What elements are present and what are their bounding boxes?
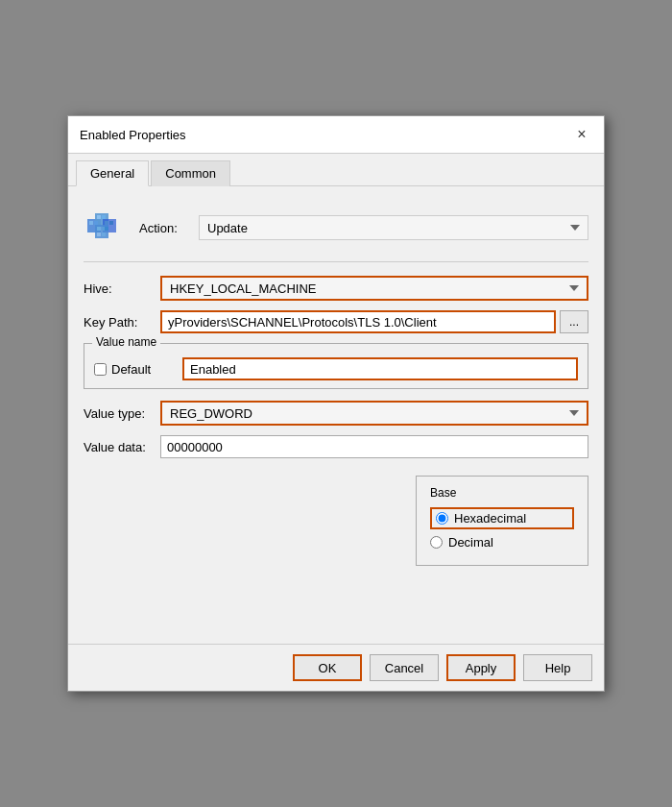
dialog-title: Enabled Properties	[80, 128, 186, 142]
key-path-label: Key Path:	[84, 315, 160, 330]
hive-label: Hive:	[84, 281, 160, 296]
base-legend: Base	[430, 486, 574, 500]
svg-rect-12	[105, 227, 108, 231]
button-bar: OK Cancel Apply Help	[68, 644, 604, 691]
key-path-input[interactable]	[160, 310, 556, 333]
tab-general[interactable]: General	[76, 160, 149, 186]
value-name-group: Value name Default	[84, 343, 588, 389]
base-group: Base Hexadecimal Decimal	[416, 476, 588, 566]
svg-rect-7	[102, 215, 106, 219]
svg-rect-6	[97, 215, 101, 219]
value-data-input[interactable]	[160, 435, 588, 458]
dec-radio-row: Decimal	[430, 535, 574, 550]
help-button[interactable]: Help	[523, 654, 592, 681]
hive-row: Hive: HKEY_LOCAL_MACHINE HKEY_CURRENT_US…	[84, 276, 588, 301]
svg-rect-10	[97, 227, 101, 231]
svg-rect-14	[102, 232, 106, 236]
value-name-legend: Value name	[92, 335, 160, 349]
dec-radio[interactable]	[430, 536, 443, 549]
value-type-label: Value type:	[84, 406, 160, 421]
dec-label: Decimal	[448, 535, 493, 550]
svg-rect-5	[94, 221, 98, 225]
svg-rect-8	[105, 221, 108, 225]
value-type-select[interactable]: REG_DWORD REG_SZ REG_BINARY REG_EXPAND_S…	[160, 401, 588, 426]
value-data-label: Value data:	[84, 440, 160, 454]
title-bar: Enabled Properties ×	[68, 116, 604, 154]
browse-button[interactable]: ...	[560, 310, 588, 333]
cancel-button[interactable]: Cancel	[370, 654, 439, 681]
hex-radio-row: Hexadecimal	[430, 507, 574, 529]
default-checkbox[interactable]	[94, 363, 107, 376]
default-checkbox-label[interactable]: Default	[94, 362, 171, 377]
default-label: Default	[111, 362, 151, 377]
hive-select[interactable]: HKEY_LOCAL_MACHINE HKEY_CURRENT_USER HKE…	[160, 276, 588, 301]
value-name-inner: Default	[94, 357, 578, 380]
dialog-window: Enabled Properties × General Common	[67, 115, 605, 692]
action-row: Action: Update Create Delete Replace	[84, 200, 588, 262]
tab-common[interactable]: Common	[151, 160, 230, 186]
value-type-row: Value type: REG_DWORD REG_SZ REG_BINARY …	[84, 401, 588, 426]
tab-bar: General Common	[68, 154, 604, 186]
ok-button[interactable]: OK	[293, 654, 362, 681]
svg-rect-4	[89, 221, 93, 225]
value-data-row: Value data:	[84, 435, 588, 458]
icon-box	[84, 208, 124, 248]
hex-radio[interactable]	[436, 512, 448, 525]
apply-button[interactable]: Apply	[446, 654, 516, 681]
key-path-row: Key Path: ...	[84, 310, 588, 333]
action-select[interactable]: Update Create Delete Replace	[199, 215, 588, 240]
svg-rect-9	[109, 221, 113, 225]
hex-label: Hexadecimal	[454, 511, 526, 526]
close-button[interactable]: ×	[571, 124, 592, 145]
value-name-input[interactable]	[182, 357, 578, 380]
action-label: Action:	[139, 221, 187, 235]
registry-icon	[85, 209, 122, 246]
tab-content-general: Action: Update Create Delete Replace Hiv…	[68, 186, 604, 644]
svg-rect-13	[97, 232, 101, 236]
